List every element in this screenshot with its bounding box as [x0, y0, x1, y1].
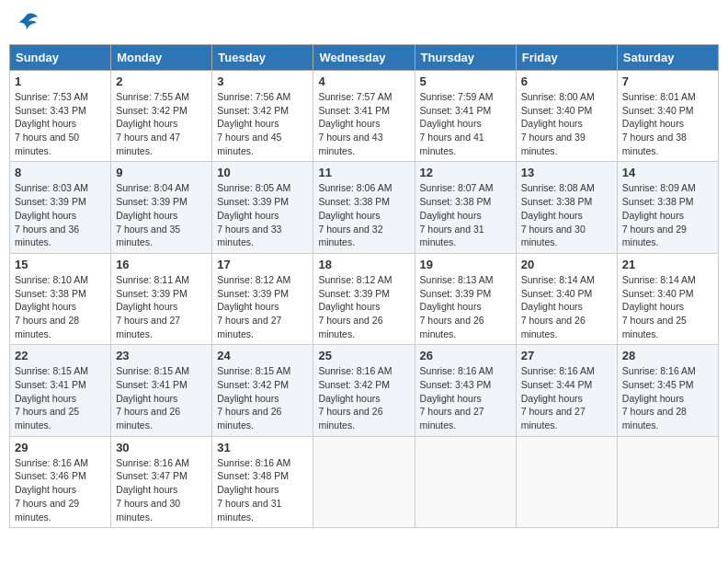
day-info: Sunrise: 8:06 AM Sunset: 3:38 PM Dayligh… — [318, 181, 409, 248]
table-row: 8 Sunrise: 8:03 AM Sunset: 3:39 PM Dayli… — [10, 162, 111, 253]
day-number: 27 — [521, 349, 612, 362]
day-number: 5 — [420, 75, 511, 88]
day-number: 29 — [15, 441, 106, 454]
day-info: Sunrise: 8:07 AM Sunset: 3:38 PM Dayligh… — [420, 181, 511, 248]
day-info: Sunrise: 7:56 AM Sunset: 3:42 PM Dayligh… — [217, 90, 308, 157]
day-info: Sunrise: 8:14 AM Sunset: 3:40 PM Dayligh… — [521, 273, 612, 340]
table-row — [617, 436, 718, 527]
day-info: Sunrise: 8:16 AM Sunset: 3:42 PM Dayligh… — [318, 364, 409, 431]
day-number: 17 — [217, 258, 308, 271]
table-row: 20 Sunrise: 8:14 AM Sunset: 3:40 PM Dayl… — [516, 253, 617, 344]
day-info: Sunrise: 8:15 AM Sunset: 3:41 PM Dayligh… — [15, 364, 106, 431]
table-row: 1 Sunrise: 7:53 AM Sunset: 3:43 PM Dayli… — [10, 71, 111, 162]
table-row: 26 Sunrise: 8:16 AM Sunset: 3:43 PM Dayl… — [415, 345, 516, 436]
table-row: 6 Sunrise: 8:00 AM Sunset: 3:40 PM Dayli… — [516, 71, 617, 162]
calendar-week-row: 1 Sunrise: 7:53 AM Sunset: 3:43 PM Dayli… — [10, 71, 719, 162]
table-row: 9 Sunrise: 8:04 AM Sunset: 3:39 PM Dayli… — [111, 162, 212, 253]
table-row — [415, 436, 516, 527]
day-info: Sunrise: 8:12 AM Sunset: 3:39 PM Dayligh… — [217, 273, 308, 340]
day-number: 6 — [521, 75, 612, 88]
table-row: 30 Sunrise: 8:16 AM Sunset: 3:47 PM Dayl… — [111, 436, 212, 527]
table-row: 10 Sunrise: 8:05 AM Sunset: 3:39 PM Dayl… — [212, 162, 313, 253]
table-row: 22 Sunrise: 8:15 AM Sunset: 3:41 PM Dayl… — [10, 345, 111, 436]
calendar-week-row: 29 Sunrise: 8:16 AM Sunset: 3:46 PM Dayl… — [10, 436, 719, 527]
day-info: Sunrise: 8:05 AM Sunset: 3:39 PM Dayligh… — [217, 181, 308, 248]
day-number: 30 — [116, 441, 207, 454]
day-info: Sunrise: 8:16 AM Sunset: 3:44 PM Dayligh… — [521, 364, 612, 431]
table-row: 7 Sunrise: 8:01 AM Sunset: 3:40 PM Dayli… — [617, 71, 718, 162]
calendar: Sunday Monday Tuesday Wednesday Thursday… — [9, 44, 719, 528]
day-info: Sunrise: 7:57 AM Sunset: 3:41 PM Dayligh… — [318, 90, 409, 157]
table-row: 3 Sunrise: 7:56 AM Sunset: 3:42 PM Dayli… — [212, 71, 313, 162]
day-number: 9 — [116, 166, 207, 179]
table-row: 13 Sunrise: 8:08 AM Sunset: 3:38 PM Dayl… — [516, 162, 617, 253]
table-row: 19 Sunrise: 8:13 AM Sunset: 3:39 PM Dayl… — [415, 253, 516, 344]
day-number: 24 — [217, 349, 308, 362]
day-info: Sunrise: 8:11 AM Sunset: 3:39 PM Dayligh… — [116, 273, 207, 340]
day-number: 28 — [622, 349, 713, 362]
day-number: 14 — [622, 166, 713, 179]
table-row: 27 Sunrise: 8:16 AM Sunset: 3:44 PM Dayl… — [516, 345, 617, 436]
table-row: 5 Sunrise: 7:59 AM Sunset: 3:41 PM Dayli… — [415, 71, 516, 162]
table-row: 15 Sunrise: 8:10 AM Sunset: 3:38 PM Dayl… — [10, 253, 111, 344]
day-info: Sunrise: 8:03 AM Sunset: 3:39 PM Dayligh… — [15, 181, 106, 248]
day-number: 16 — [116, 258, 207, 271]
day-info: Sunrise: 8:16 AM Sunset: 3:46 PM Dayligh… — [15, 456, 106, 523]
day-number: 21 — [622, 258, 713, 271]
table-row: 17 Sunrise: 8:12 AM Sunset: 3:39 PM Dayl… — [212, 253, 313, 344]
day-number: 8 — [15, 166, 106, 179]
table-row: 24 Sunrise: 8:15 AM Sunset: 3:42 PM Dayl… — [212, 345, 313, 436]
day-number: 18 — [318, 258, 409, 271]
table-row: 28 Sunrise: 8:16 AM Sunset: 3:45 PM Dayl… — [617, 345, 718, 436]
day-info: Sunrise: 7:55 AM Sunset: 3:42 PM Dayligh… — [116, 90, 207, 157]
calendar-week-row: 8 Sunrise: 8:03 AM Sunset: 3:39 PM Dayli… — [10, 162, 719, 253]
day-info: Sunrise: 8:00 AM Sunset: 3:40 PM Dayligh… — [521, 90, 612, 157]
day-info: Sunrise: 8:16 AM Sunset: 3:45 PM Dayligh… — [622, 364, 713, 431]
day-number: 25 — [318, 349, 409, 362]
day-number: 31 — [217, 441, 308, 454]
table-row: 29 Sunrise: 8:16 AM Sunset: 3:46 PM Dayl… — [10, 436, 111, 527]
calendar-week-row: 22 Sunrise: 8:15 AM Sunset: 3:41 PM Dayl… — [10, 345, 719, 436]
day-number: 19 — [420, 258, 511, 271]
col-wednesday: Wednesday — [313, 45, 415, 71]
day-info: Sunrise: 8:15 AM Sunset: 3:42 PM Dayligh… — [217, 364, 308, 431]
day-info: Sunrise: 8:16 AM Sunset: 3:48 PM Dayligh… — [217, 456, 308, 523]
header — [9, 9, 719, 37]
day-info: Sunrise: 8:04 AM Sunset: 3:39 PM Dayligh… — [116, 181, 207, 248]
col-sunday: Sunday — [10, 45, 111, 71]
calendar-week-row: 15 Sunrise: 8:10 AM Sunset: 3:38 PM Dayl… — [10, 253, 719, 344]
day-number: 15 — [15, 258, 106, 271]
col-monday: Monday — [111, 45, 212, 71]
day-info: Sunrise: 8:15 AM Sunset: 3:41 PM Dayligh… — [116, 364, 207, 431]
day-info: Sunrise: 8:16 AM Sunset: 3:43 PM Dayligh… — [420, 364, 511, 431]
day-number: 10 — [217, 166, 308, 179]
day-info: Sunrise: 7:59 AM Sunset: 3:41 PM Dayligh… — [420, 90, 511, 157]
day-info: Sunrise: 8:12 AM Sunset: 3:39 PM Dayligh… — [318, 273, 409, 340]
day-number: 23 — [116, 349, 207, 362]
day-number: 22 — [15, 349, 106, 362]
table-row: 12 Sunrise: 8:07 AM Sunset: 3:38 PM Dayl… — [415, 162, 516, 253]
col-saturday: Saturday — [617, 45, 718, 71]
logo-bird-icon — [13, 9, 40, 37]
day-info: Sunrise: 8:09 AM Sunset: 3:38 PM Dayligh… — [622, 181, 713, 248]
day-info: Sunrise: 8:01 AM Sunset: 3:40 PM Dayligh… — [622, 90, 713, 157]
day-info: Sunrise: 8:16 AM Sunset: 3:47 PM Dayligh… — [116, 456, 207, 523]
day-number: 1 — [15, 75, 106, 88]
calendar-header-row: Sunday Monday Tuesday Wednesday Thursday… — [10, 45, 719, 71]
table-row: 4 Sunrise: 7:57 AM Sunset: 3:41 PM Dayli… — [313, 71, 415, 162]
day-number: 12 — [420, 166, 511, 179]
day-number: 26 — [420, 349, 511, 362]
table-row — [516, 436, 617, 527]
table-row: 31 Sunrise: 8:16 AM Sunset: 3:48 PM Dayl… — [212, 436, 313, 527]
day-info: Sunrise: 8:13 AM Sunset: 3:39 PM Dayligh… — [420, 273, 511, 340]
day-number: 4 — [318, 75, 409, 88]
day-info: Sunrise: 8:08 AM Sunset: 3:38 PM Dayligh… — [521, 181, 612, 248]
table-row: 2 Sunrise: 7:55 AM Sunset: 3:42 PM Dayli… — [111, 71, 212, 162]
logo — [13, 9, 44, 37]
day-info: Sunrise: 8:10 AM Sunset: 3:38 PM Dayligh… — [15, 273, 106, 340]
day-info: Sunrise: 8:14 AM Sunset: 3:40 PM Dayligh… — [622, 273, 713, 340]
table-row — [313, 436, 415, 527]
table-row: 11 Sunrise: 8:06 AM Sunset: 3:38 PM Dayl… — [313, 162, 415, 253]
day-number: 20 — [521, 258, 612, 271]
table-row: 14 Sunrise: 8:09 AM Sunset: 3:38 PM Dayl… — [617, 162, 718, 253]
